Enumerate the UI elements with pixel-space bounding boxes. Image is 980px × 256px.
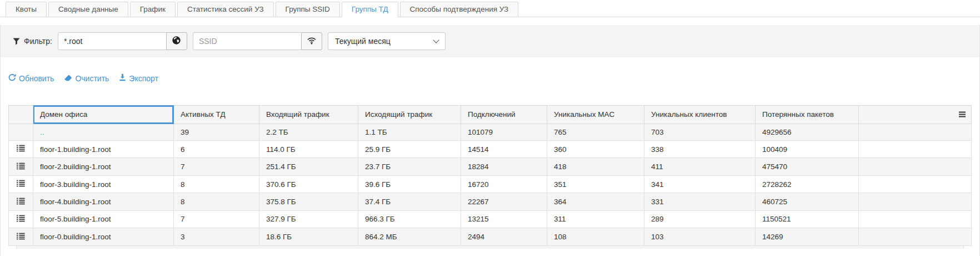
filler-cell: [859, 158, 972, 175]
column-header-outbound-traffic[interactable]: Исходящий трафик: [358, 106, 461, 124]
domain-name: floor-4.building-1.root: [40, 198, 111, 206]
inbound-traffic-cell: 370.6 ГБ: [259, 175, 358, 193]
unique-clients-cell: 341: [644, 175, 756, 193]
column-header-active-aps[interactable]: Активных ТД: [174, 106, 259, 124]
domain-cell: floor-0.building-1.root: [33, 228, 174, 245]
outbound-traffic-cell: 966.3 ГБ: [358, 210, 461, 228]
column-header-domain[interactable]: Домен офиса: [33, 106, 174, 124]
table-row: floor-2.building-1.root 7 251.4 ГБ 23.7 …: [9, 158, 972, 175]
list-icon[interactable]: [17, 198, 25, 206]
row-menu-cell: [9, 140, 33, 157]
tab-label: Статистика сессий УЗ: [187, 5, 264, 13]
tab-label: Группы SSID: [286, 5, 330, 13]
clear-link[interactable]: Очистить: [64, 73, 109, 83]
connections-cell: 22267: [461, 193, 547, 210]
table-header-row: Домен офиса Активных ТД Входящий трафик …: [9, 106, 972, 124]
domain-name: floor-5.building-1.root: [40, 215, 111, 223]
header-icon-column: [9, 106, 33, 124]
filler-cell: [859, 193, 972, 210]
tab[interactable]: Сводные данные: [48, 2, 128, 17]
header-filler-cell: [859, 106, 972, 124]
unique-mac-cell: 418: [547, 158, 644, 175]
table-row: floor-1.building-1.root 6 114.0 ГБ 25.9 …: [9, 140, 972, 157]
action-links: Обновить Очистить Экспорт: [8, 73, 972, 83]
active-aps-cell: 7: [174, 210, 259, 228]
tab[interactable]: Группы ТД: [342, 2, 398, 17]
unique-clients-cell: 338: [644, 140, 756, 157]
wifi-icon: [307, 36, 317, 47]
filter-bar: Фильтр:: [1, 25, 979, 57]
lost-packets-cell: 4929656: [756, 124, 859, 140]
outbound-traffic-cell: 37.4 ГБ: [358, 193, 461, 210]
domain-cell: floor-1.building-1.root: [33, 140, 174, 157]
active-aps-cell: 6: [174, 140, 259, 157]
tab-label: Способы подтверждения УЗ: [410, 5, 509, 13]
outbound-traffic-cell: 39.6 ГБ: [358, 175, 461, 193]
period-select[interactable]: Текущий месяц: [328, 32, 446, 50]
domain-cell: floor-3.building-1.root: [33, 175, 174, 193]
lost-packets-cell: 460725: [756, 193, 859, 210]
parent-domain-link[interactable]: ..: [40, 128, 44, 136]
tab-label: Квоты: [16, 5, 37, 13]
inbound-traffic-cell: 327.9 ГБ: [259, 210, 358, 228]
domain-filter-group: [58, 32, 187, 50]
tab[interactable]: Статистика сессий УЗ: [177, 2, 274, 17]
unique-clients-cell: 411: [644, 158, 756, 175]
unique-mac-cell: 364: [547, 193, 644, 210]
unique-mac-cell: 351: [547, 175, 644, 193]
unique-clients-cell: 703: [644, 124, 756, 140]
inbound-traffic-cell: 2.2 ТБ: [259, 124, 358, 140]
unique-mac-cell: 311: [547, 210, 644, 228]
list-icon[interactable]: [17, 215, 25, 224]
domain-name: floor-3.building-1.root: [40, 180, 111, 189]
next-row-partial: [16, 246, 964, 249]
row-menu-cell: [9, 158, 33, 175]
list-icon[interactable]: [17, 180, 25, 189]
inbound-traffic-cell: 375.8 ГБ: [259, 193, 358, 210]
export-link[interactable]: Экспорт: [119, 73, 158, 83]
connections-cell: 2494: [461, 228, 547, 245]
list-icon[interactable]: [17, 233, 25, 242]
domain-filter-input[interactable]: [58, 32, 167, 50]
column-header-unique-clients[interactable]: Уникальных клиентов: [644, 106, 756, 124]
outbound-traffic-cell: 23.7 ГБ: [358, 158, 461, 175]
table-row: floor-0.building-1.root 3 18.6 ГБ 864.2 …: [9, 228, 972, 245]
outbound-traffic-cell: 25.9 ГБ: [358, 140, 461, 157]
row-menu-cell: [9, 124, 33, 140]
lost-packets-cell: 1150521: [756, 210, 859, 228]
row-menu-cell: [9, 175, 33, 193]
column-header-connections[interactable]: Подключений: [461, 106, 547, 124]
column-header-unique-mac[interactable]: Уникальных MAC: [547, 106, 644, 124]
hamburger-icon[interactable]: [959, 111, 966, 119]
filter-label: Фильтр:: [24, 37, 52, 46]
clear-label: Очистить: [75, 74, 109, 83]
download-icon: [119, 73, 126, 83]
column-header-inbound-traffic[interactable]: Входящий трафик: [259, 106, 358, 124]
lost-packets-cell: 14269: [756, 228, 859, 245]
unique-mac-cell: 765: [547, 124, 644, 140]
domain-name: floor-0.building-1.root: [40, 233, 111, 241]
domain-filter-button[interactable]: [166, 32, 187, 50]
filler-cell: [859, 175, 972, 193]
column-header-lost-packets[interactable]: Потерянных пакетов: [756, 106, 859, 124]
inbound-traffic-cell: 251.4 ГБ: [259, 158, 358, 175]
ssid-filter-input[interactable]: [193, 32, 302, 50]
tab-label: Группы ТД: [352, 5, 388, 13]
globe-icon: [172, 36, 181, 47]
list-icon[interactable]: [17, 163, 25, 171]
refresh-link[interactable]: Обновить: [8, 73, 54, 83]
domain-name: floor-1.building-1.root: [40, 145, 111, 154]
tab[interactable]: Квоты: [6, 2, 47, 17]
tab[interactable]: График: [130, 2, 176, 17]
tab[interactable]: Группы SSID: [276, 2, 340, 17]
funnel-icon: [13, 38, 20, 45]
tab-content-panel: Фильтр:: [0, 25, 980, 256]
unique-mac-cell: 360: [547, 140, 644, 157]
lost-packets-cell: 100409: [756, 140, 859, 157]
tab[interactable]: Способы подтверждения УЗ: [400, 2, 519, 17]
list-icon[interactable]: [17, 145, 25, 154]
filler-cell: [859, 228, 972, 245]
ssid-filter-button[interactable]: [301, 32, 322, 50]
lost-packets-cell: 2728262: [756, 175, 859, 193]
unique-clients-cell: 331: [644, 193, 756, 210]
